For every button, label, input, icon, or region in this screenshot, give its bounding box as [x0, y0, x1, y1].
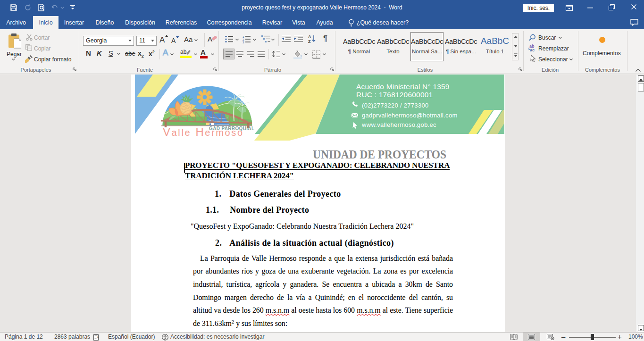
svg-text:Z: Z — [308, 39, 311, 43]
svg-text:3: 3 — [243, 41, 244, 44]
svg-text:RUC : 1768120600001: RUC : 1768120600001 — [356, 91, 433, 99]
svg-text:Acuerdo Ministerial N° 1359: Acuerdo Ministerial N° 1359 — [356, 83, 450, 91]
svg-text:gadprvallehermoso@hotmail.com: gadprvallehermoso@hotmail.com — [362, 112, 458, 119]
svg-text:(02)2773220 / 2773300: (02)2773220 / 2773300 — [362, 102, 428, 109]
svg-text:www.vallehermoso.gob.ec: www.vallehermoso.gob.ec — [361, 121, 436, 128]
svg-text:ac: ac — [530, 48, 535, 52]
svg-text:Valle Hermoso: Valle Hermoso — [163, 125, 244, 138]
svg-text:x: x — [97, 335, 99, 338]
svg-text:A: A — [308, 34, 311, 39]
